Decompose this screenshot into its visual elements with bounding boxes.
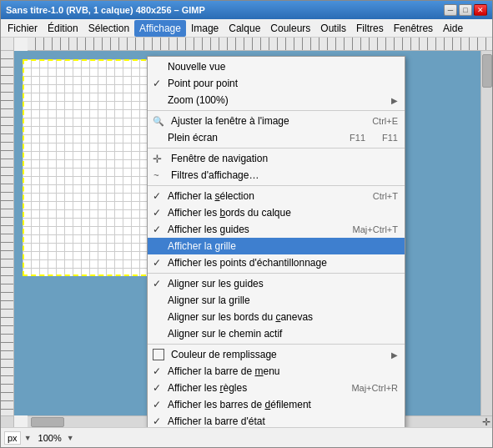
menu-item-afficher-grille[interactable]: Afficher la grille xyxy=(148,238,405,254)
unit-selector[interactable]: px xyxy=(4,431,21,445)
menu-item-afficher-barres-defilement[interactable]: ✓ Afficher les barres de défilement xyxy=(148,396,405,413)
dropdown-arrow-icon[interactable]: ▼ xyxy=(24,434,32,442)
minimize-button[interactable]: ─ xyxy=(444,4,457,16)
filter-icon: ~ xyxy=(153,170,158,180)
menu-item-nouvelle-vue[interactable]: Nouvelle vue xyxy=(148,58,405,75)
separator-2 xyxy=(148,148,405,148)
vertical-scrollbar-thumb[interactable] xyxy=(482,54,492,88)
zoom-level[interactable]: 100% xyxy=(38,433,62,443)
menu-couleurs[interactable]: Couleurs xyxy=(265,20,315,37)
menu-item-couleur-remplissage[interactable]: Couleur de remplissage ▶ xyxy=(148,346,405,363)
menu-aide[interactable]: Aide xyxy=(438,20,468,37)
menu-item-afficher-barre-etat[interactable]: ✓ Afficher la barre d'état xyxy=(148,413,405,427)
window-title: Sans titre-1.0 (RVB, 1 calque) 480x256 –… xyxy=(6,5,205,15)
menu-selection[interactable]: Sélection xyxy=(83,20,134,37)
menu-fichier[interactable]: Fichier xyxy=(3,20,43,37)
menu-item-plein-ecran[interactable]: Plein écran F11 F11 xyxy=(148,129,405,146)
menu-item-filtres-affichage[interactable]: ~ Filtres d'affichage… xyxy=(148,167,405,184)
menu-item-point-pour-point[interactable]: ✓ Point pour point xyxy=(148,75,405,92)
menu-affichage[interactable]: Affichage xyxy=(134,20,186,37)
checkbox-icon xyxy=(153,349,164,360)
horizontal-ruler xyxy=(28,38,492,51)
menu-bar: Fichier Édition Sélection Affichage Imag… xyxy=(1,19,492,38)
menu-outils[interactable]: Outils xyxy=(315,20,351,37)
menu-item-zoom[interactable]: Zoom (100%) ▶ xyxy=(148,92,405,108)
window-controls: ─ □ ✕ xyxy=(444,4,487,16)
menu-item-ajuster-fenetre[interactable]: 🔍 Ajuster la fenêtre à l'image Ctrl+E xyxy=(148,113,405,129)
menu-item-afficher-points-echant[interactable]: ✓ Afficher les points d'échantillonnage xyxy=(148,254,405,271)
title-bar: Sans titre-1.0 (RVB, 1 calque) 480x256 –… xyxy=(1,1,492,19)
menu-item-fenetre-navigation[interactable]: ✛ Fenêtre de navigation xyxy=(148,150,405,167)
corner-box xyxy=(1,38,14,51)
menu-item-afficher-bords-calque[interactable]: ✓ Afficher les bords du calque xyxy=(148,204,405,221)
search-icon: 🔍 xyxy=(153,116,164,127)
corner-bottom-left xyxy=(1,415,14,427)
separator-3 xyxy=(148,185,405,186)
content-area: Nouvelle vue ✓ Point pour point Zoom (10… xyxy=(1,38,492,427)
menu-item-afficher-barre-menu[interactable]: ✓ Afficher la barre de menu xyxy=(148,363,405,380)
separator-5 xyxy=(148,344,405,345)
horizontal-scrollbar-thumb[interactable] xyxy=(31,417,64,427)
main-window: Sans titre-1.0 (RVB, 1 calque) 480x256 –… xyxy=(0,0,493,448)
zoom-dropdown-arrow-icon[interactable]: ▼ xyxy=(67,434,74,442)
vertical-ruler xyxy=(1,51,14,415)
menu-item-afficher-regles[interactable]: ✓ Afficher les règles Maj+Ctrl+R xyxy=(148,380,405,396)
menu-image[interactable]: Image xyxy=(186,20,224,37)
affichage-dropdown: Nouvelle vue ✓ Point pour point Zoom (10… xyxy=(147,56,405,427)
menu-edition[interactable]: Édition xyxy=(43,20,83,37)
scroll-cross-icon[interactable]: ✛ xyxy=(480,417,492,427)
menu-fenetres[interactable]: Fenêtres xyxy=(389,20,438,37)
close-button[interactable]: ✕ xyxy=(474,4,487,16)
status-bar: px ▼ 100% ▼ xyxy=(1,427,492,447)
menu-filtres[interactable]: Filtres xyxy=(351,20,389,37)
menu-calque[interactable]: Calque xyxy=(224,20,265,37)
menu-item-aligner-guides[interactable]: ✓ Aligner sur les guides xyxy=(148,275,405,292)
menu-item-aligner-bords-canevas[interactable]: Aligner sur les bords du canevas xyxy=(148,309,405,325)
menu-item-afficher-guides[interactable]: ✓ Afficher les guides Maj+Ctrl+T xyxy=(148,221,405,238)
separator-1 xyxy=(148,110,405,111)
maximize-button[interactable]: □ xyxy=(459,4,472,16)
menu-item-aligner-chemin[interactable]: Aligner sur le chemin actif xyxy=(148,325,405,342)
separator-4 xyxy=(148,273,405,274)
vertical-scrollbar[interactable] xyxy=(480,51,492,415)
menu-item-aligner-grille[interactable]: Aligner sur la grille xyxy=(148,292,405,309)
navigation-icon: ✛ xyxy=(153,153,162,165)
menu-item-afficher-selection[interactable]: ✓ Afficher la sélection Ctrl+T xyxy=(148,188,405,204)
